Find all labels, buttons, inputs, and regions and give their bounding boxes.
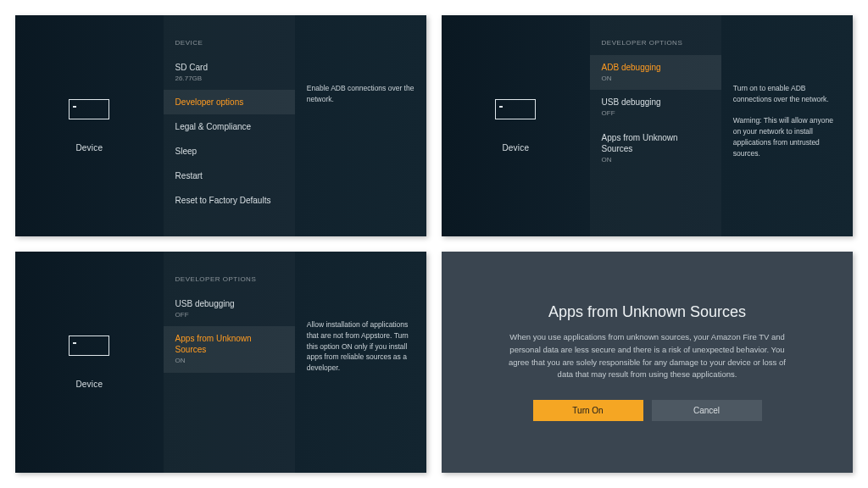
dialog-title: Apps from Unknown Sources (548, 303, 746, 321)
menu-column: DEVICE SD Card 26.77GB Developer options… (164, 15, 295, 236)
description-text: Turn on to enable ADB connections over t… (733, 83, 841, 158)
device-icon (495, 99, 536, 119)
menu-item-unknown-sources[interactable]: Apps from Unknown Sources ON (164, 326, 295, 372)
device-icon (69, 99, 109, 119)
menu-item-sub: ON (602, 156, 709, 164)
description-column: Allow installation of applications that … (295, 252, 426, 473)
menu-item-label: SD Card (175, 62, 283, 73)
dialog-body: When you use applications from unknown s… (508, 331, 787, 381)
menu-item-unknown-sources[interactable]: Apps from Unknown Sources ON (590, 125, 721, 171)
nav-title: Device (75, 143, 103, 152)
menu-item-sd-card[interactable]: SD Card 26.77GB (164, 55, 295, 90)
description-text: Enable ADB connections over the network. (307, 83, 415, 105)
menu-item-usb-debugging[interactable]: USB debugging OFF (164, 291, 295, 326)
menu-item-adb-debugging[interactable]: ADB debugging ON (590, 55, 721, 90)
menu-item-label: USB debugging (175, 298, 283, 309)
menu-item-factory-reset[interactable]: Reset to Factory Defaults (164, 188, 295, 213)
nav-column: Device (442, 15, 590, 236)
menu-item-label: Sleep (175, 146, 283, 157)
nav-title: Device (502, 143, 529, 152)
menu-item-sleep[interactable]: Sleep (164, 139, 295, 164)
menu-item-label: ADB debugging (602, 62, 709, 73)
settings-panel-device: Device DEVICE SD Card 26.77GB Developer … (15, 15, 426, 236)
menu-item-legal[interactable]: Legal & Compliance (164, 114, 295, 139)
menu-item-sub: OFF (175, 311, 283, 319)
nav-column: Device (15, 15, 164, 236)
menu-item-label: Legal & Compliance (175, 121, 283, 132)
cancel-button[interactable]: Cancel (652, 400, 762, 421)
menu-item-sub: 26.77GB (175, 75, 283, 83)
menu-item-label: USB debugging (602, 97, 709, 108)
settings-panel-dev-adb: Device DEVELOPER OPTIONS ADB debugging O… (442, 15, 853, 236)
description-column: Enable ADB connections over the network. (295, 15, 426, 236)
menu-item-usb-debugging[interactable]: USB debugging OFF (590, 90, 721, 125)
nav-column: Device (15, 252, 164, 473)
menu-item-label: Developer options (175, 97, 283, 108)
menu-item-sub: ON (175, 357, 283, 365)
confirm-dialog: Apps from Unknown Sources When you use a… (442, 252, 853, 473)
section-heading: DEVICE (164, 39, 295, 55)
menu-column: DEVELOPER OPTIONS USB debugging OFF Apps… (164, 252, 295, 473)
dialog-buttons: Turn On Cancel (533, 400, 762, 421)
section-heading: DEVELOPER OPTIONS (590, 39, 721, 55)
menu-item-label: Reset to Factory Defaults (175, 195, 283, 206)
description-column: Turn on to enable ADB connections over t… (721, 15, 853, 236)
device-icon (69, 336, 109, 356)
menu-item-restart[interactable]: Restart (164, 164, 295, 188)
section-heading: DEVELOPER OPTIONS (164, 275, 295, 291)
menu-item-developer-options[interactable]: Developer options (164, 90, 295, 114)
menu-item-label: Restart (175, 170, 283, 181)
description-text: Allow installation of applications that … (307, 319, 415, 374)
nav-title: Device (75, 380, 103, 389)
menu-item-label: Apps from Unknown Sources (175, 333, 283, 355)
settings-panel-dev-unknown: Device DEVELOPER OPTIONS USB debugging O… (15, 252, 426, 473)
menu-item-label: Apps from Unknown Sources (602, 132, 709, 154)
menu-column: DEVELOPER OPTIONS ADB debugging ON USB d… (590, 15, 721, 236)
menu-item-sub: ON (602, 75, 709, 83)
turn-on-button[interactable]: Turn On (533, 400, 643, 421)
menu-item-sub: OFF (602, 109, 709, 118)
